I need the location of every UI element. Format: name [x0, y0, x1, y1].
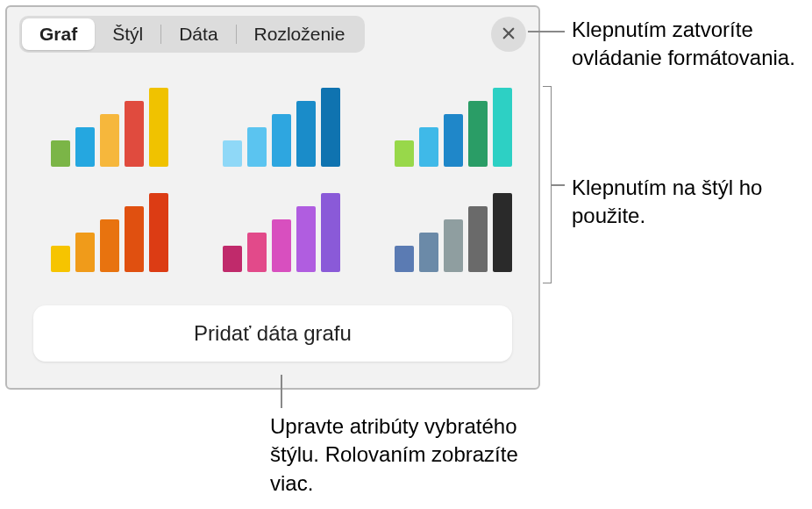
bar-icon — [395, 246, 414, 272]
tab-layout[interactable]: Rozloženie — [237, 18, 363, 50]
leader-line — [528, 31, 565, 32]
tab-chart[interactable]: Graf — [22, 18, 95, 50]
callout-style-text: Klepnutím na štýl ho použite. — [572, 174, 800, 231]
bar-icon — [51, 246, 70, 272]
bar-icon — [75, 127, 95, 167]
bar-icon — [468, 206, 488, 272]
bar-icon — [419, 127, 438, 167]
bar-icon — [444, 219, 463, 272]
bar-icon — [149, 88, 168, 167]
bracket-styles — [543, 86, 552, 283]
bar-icon — [272, 219, 291, 272]
tab-style[interactable]: Štýl — [95, 18, 160, 50]
bar-icon — [468, 101, 488, 167]
tab-segmented-control: Graf Štýl Dáta Rozloženie — [19, 16, 365, 53]
bar-icon — [75, 233, 95, 272]
chart-style-2[interactable] — [217, 88, 345, 167]
bar-icon — [493, 193, 512, 272]
bar-icon — [444, 114, 463, 167]
bar-icon — [125, 206, 144, 272]
bar-icon — [247, 233, 267, 272]
bar-icon — [493, 88, 512, 167]
bar-icon — [321, 88, 340, 167]
bar-icon — [51, 140, 70, 167]
close-button[interactable] — [491, 17, 526, 52]
chart-style-3[interactable] — [389, 88, 517, 167]
bar-icon — [419, 233, 438, 272]
bar-icon — [321, 193, 340, 272]
bar-icon — [149, 193, 168, 272]
chart-styles-grid — [7, 61, 538, 290]
bar-icon — [100, 219, 119, 272]
tab-data[interactable]: Dáta — [161, 18, 235, 50]
bar-icon — [296, 206, 316, 272]
callout-attributes-text: Upravte atribúty vybratého štýlu. Rolova… — [270, 412, 533, 498]
callout-close-text: Klepnutím zatvoríte ovládanie formátovan… — [572, 16, 800, 73]
format-panel: Graf Štýl Dáta Rozloženie Pridať dáta gr… — [5, 5, 540, 390]
bar-icon — [247, 127, 267, 167]
chart-style-4[interactable] — [46, 193, 174, 272]
bar-icon — [125, 101, 144, 167]
format-toolbar: Graf Štýl Dáta Rozloženie — [7, 7, 538, 61]
chart-style-6[interactable] — [389, 193, 517, 272]
bar-icon — [223, 246, 242, 272]
chart-style-1[interactable] — [46, 88, 174, 167]
bar-icon — [223, 140, 242, 167]
leader-line — [552, 184, 565, 186]
close-icon — [501, 25, 516, 44]
leader-line — [281, 375, 282, 408]
bar-icon — [395, 140, 414, 167]
bar-icon — [272, 114, 291, 167]
chart-style-5[interactable] — [217, 193, 345, 272]
add-chart-data-button[interactable]: Pridať dáta grafu — [33, 305, 512, 362]
bar-icon — [296, 101, 316, 167]
bar-icon — [100, 114, 119, 167]
